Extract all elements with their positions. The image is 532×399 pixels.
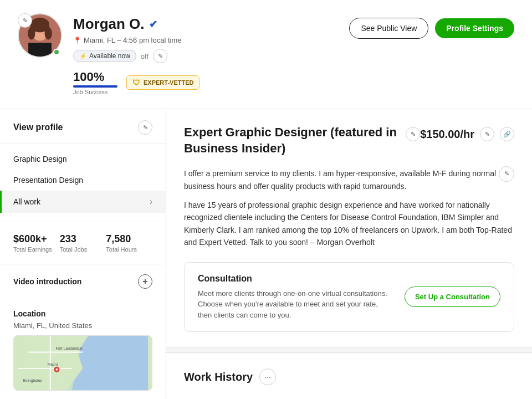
bio-paragraph-2: I have 15 years of professional graphic … [184, 199, 514, 249]
earnings-value: $600k+ [13, 233, 60, 245]
location-value: Miami, FL, United States [13, 321, 152, 330]
expert-vetted-label: EXPERT-VETTED [144, 79, 193, 86]
availability-label: Available now [89, 52, 130, 60]
sidebar-item-presentation-design[interactable]: Presentation Design [0, 170, 166, 191]
hours-label: Total Hours [106, 246, 152, 253]
sidebar-item-graphic-design[interactable]: Graphic Design [0, 149, 166, 170]
availability-state: off [141, 52, 149, 60]
total-jobs-stat: 233 Total Jobs [60, 233, 106, 253]
profile-location: 📍 Miami, FL – 4:56 pm local time [73, 36, 200, 44]
location-text: Miami, FL – 4:56 pm local time [84, 36, 182, 44]
success-percent: 100% [73, 70, 117, 84]
rate-section: $150.00/hr ✎ 🔗 [420, 125, 514, 141]
online-indicator [53, 49, 60, 55]
svg-point-4 [45, 27, 52, 40]
profile-bio: ✎ I offer a premium service to my client… [184, 167, 514, 248]
view-profile-title: View profile [13, 122, 63, 132]
svg-point-17 [56, 369, 58, 371]
view-profile-header: View profile ✎ [0, 109, 166, 144]
svg-marker-8 [72, 336, 148, 390]
availability-row: ⚡ Available now off ✎ [73, 49, 200, 63]
bio-edit-button[interactable]: ✎ [499, 166, 514, 182]
sidebar-item-label: Graphic Design [13, 155, 67, 163]
profile-info: Morgan O. ✔ 📍 Miami, FL – 4:56 pm local … [73, 13, 200, 95]
expert-vetted-badge: 🛡 EXPERT-VETTED [126, 75, 200, 90]
profile-title: Expert Graphic Designer (featured in Bus… [184, 125, 401, 156]
video-intro-section: Video introduction + [0, 264, 166, 299]
profile-left: ✎ Morgan O. ✔ 📍 Miami, FL – 4:56 pm loca… [18, 13, 200, 95]
video-intro-header: Video introduction + [13, 274, 152, 289]
profile-name: Morgan O. ✔ [73, 16, 200, 33]
chevron-right-icon: › [150, 197, 152, 207]
jobs-value: 233 [60, 233, 106, 245]
map-preview: Fort Lauderdale Miami Everglades [13, 335, 152, 391]
main-content: View profile ✎ Graphic Design Presentati… [0, 109, 532, 399]
work-history-more-button[interactable]: ··· [259, 369, 276, 385]
profile-title-row: Expert Graphic Designer (featured in Bus… [184, 125, 514, 156]
rate-value: $150.00/hr [420, 128, 474, 141]
location-section-title: Location [13, 309, 152, 318]
svg-text:Everglades: Everglades [23, 378, 43, 383]
sidebar-item-all-work[interactable]: All work › [0, 191, 166, 213]
tab-completed-jobs[interactable]: Completed jobs (184) [184, 394, 258, 399]
availability-badge[interactable]: ⚡ Available now [73, 50, 136, 62]
see-public-view-button[interactable]: See Public View [349, 18, 428, 39]
add-video-button[interactable]: + [138, 274, 152, 289]
verified-icon: ✔ [149, 18, 157, 30]
lightning-icon: ⚡ [79, 53, 87, 60]
progress-bar [73, 85, 117, 88]
svg-rect-6 [28, 43, 52, 57]
profile-header: ✎ Morgan O. ✔ 📍 Miami, FL – 4:56 pm loca… [0, 0, 532, 109]
tab-in-progress[interactable]: In progress (49) [272, 394, 326, 399]
name-text: Morgan O. [73, 16, 145, 33]
location-pin-icon: 📍 [73, 37, 81, 44]
job-success-block: 100% Job Success [73, 70, 117, 95]
consultation-title: Consultation [198, 274, 393, 284]
rate-link-button[interactable]: 🔗 [500, 127, 514, 141]
work-history-title: Work History [184, 371, 253, 383]
bio-paragraph-1: I offer a premium service to my clients.… [184, 167, 514, 192]
profile-metrics: 100% Job Success 🛡 EXPERT-VETTED [73, 70, 200, 95]
rate-edit-button[interactable]: ✎ [480, 127, 494, 141]
profile-settings-button[interactable]: Profile Settings [435, 18, 514, 38]
profile-card: Expert Graphic Designer (featured in Bus… [166, 109, 532, 348]
sidebar-item-label: All work [13, 197, 40, 206]
progress-bar-fill [73, 85, 117, 88]
jobs-label: Total Jobs [60, 246, 106, 253]
earnings-label: Total Earnings [13, 246, 60, 253]
profile-actions: See Public View Profile Settings [349, 13, 514, 39]
video-intro-label: Video introduction [13, 277, 81, 286]
consultation-description: Meet more clients through one-on-one vir… [198, 288, 393, 321]
shield-icon: 🛡 [132, 78, 140, 87]
svg-text:Fort Lauderdale: Fort Lauderdale [56, 346, 83, 350]
svg-text:Miami: Miami [48, 362, 58, 366]
avatar-wrapper: ✎ [18, 13, 62, 58]
hours-value: 7,580 [106, 233, 152, 245]
title-edit-button[interactable]: ✎ [406, 127, 420, 141]
svg-point-3 [28, 27, 35, 40]
avatar-edit-button[interactable]: ✎ [18, 13, 32, 28]
page-wrapper: ✎ Morgan O. ✔ 📍 Miami, FL – 4:56 pm loca… [0, 0, 532, 399]
total-hours-stat: 7,580 Total Hours [106, 233, 152, 253]
sidebar: View profile ✎ Graphic Design Presentati… [0, 109, 166, 399]
set-up-consultation-button[interactable]: Set Up a Consultation [405, 287, 500, 307]
work-history-header: Work History ··· [184, 369, 514, 385]
right-panel: Expert Graphic Designer (featured in Bus… [166, 109, 532, 399]
view-profile-edit-button[interactable]: ✎ [138, 120, 152, 135]
success-label: Job Success [73, 89, 117, 95]
work-history-tabs: Completed jobs (184) In progress (49) [184, 394, 514, 399]
consultation-info: Consultation Meet more clients through o… [198, 274, 393, 321]
availability-edit-button[interactable]: ✎ [153, 49, 167, 63]
location-section: Location Miami, FL, United States [0, 299, 166, 399]
work-history-section: Work History ··· Completed jobs (184) In… [166, 352, 532, 399]
sidebar-nav: Graphic Design Presentation Design All w… [0, 144, 166, 217]
sidebar-stats: $600k+ Total Earnings 233 Total Jobs 7,5… [0, 222, 166, 264]
sidebar-item-label: Presentation Design [13, 176, 83, 185]
total-earnings-stat: $600k+ Total Earnings [13, 233, 60, 253]
consultation-card: Consultation Meet more clients through o… [184, 262, 514, 332]
